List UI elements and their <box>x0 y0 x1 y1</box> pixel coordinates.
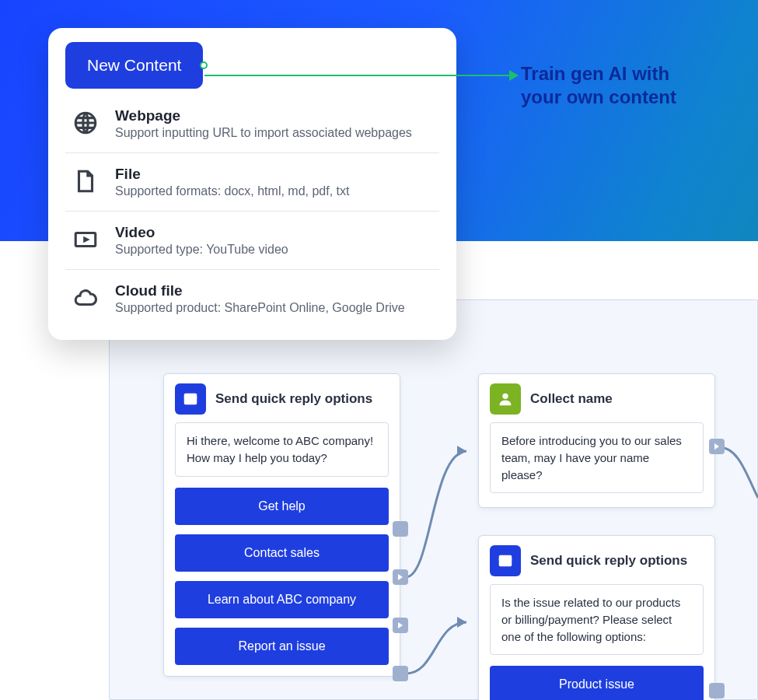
option-title: Video <box>115 224 288 241</box>
svg-rect-9 <box>191 400 195 401</box>
option-desc: Supported product: SharePoint Online, Go… <box>115 301 405 315</box>
quick-reply-label: Learn about ABC company <box>208 593 356 606</box>
flow-card-quick-reply-2[interactable]: Send quick reply options Is the issue re… <box>478 535 715 700</box>
callout-line <box>204 75 512 76</box>
callout-arrow-icon <box>509 70 519 81</box>
person-icon <box>490 383 521 415</box>
quick-reply-label: Product issue <box>559 677 634 691</box>
option-webpage[interactable]: Webpage Support inputting URL to import … <box>65 95 439 153</box>
quick-reply-button[interactable]: Get help <box>175 488 389 525</box>
quick-reply-button[interactable]: Report an issue <box>175 628 389 665</box>
svg-rect-8 <box>187 400 190 401</box>
card-message[interactable]: Is the issue related to our products or … <box>490 584 704 655</box>
svg-rect-17 <box>506 562 510 563</box>
callout-line1: Train gen AI with <box>521 63 669 84</box>
option-desc: Supported formats: docx, html, md, pdf, … <box>115 184 349 198</box>
svg-rect-14 <box>499 555 512 567</box>
card-message[interactable]: Hi there, welcome to ABC company! How ma… <box>175 422 389 477</box>
card-message[interactable]: Before introducing you to our sales team… <box>490 422 704 493</box>
callout-line2: your own content <box>521 86 676 107</box>
svg-rect-16 <box>501 562 505 563</box>
flow-card-quick-reply-1[interactable]: Send quick reply options Hi there, welco… <box>163 373 400 677</box>
file-icon <box>70 166 101 197</box>
output-port[interactable] <box>393 521 408 537</box>
flow-card-collect-name[interactable]: Collect name Before introducing you to o… <box>478 373 715 508</box>
svg-marker-10 <box>398 574 403 580</box>
svg-marker-4 <box>83 236 90 243</box>
quick-reply-button[interactable]: Product issue <box>490 666 704 700</box>
card-title: Collect name <box>530 391 613 407</box>
svg-point-12 <box>502 394 508 399</box>
content-type-list: Webpage Support inputting URL to import … <box>48 89 456 334</box>
svg-marker-13 <box>714 443 719 450</box>
quick-reply-button[interactable]: Learn about ABC company <box>175 581 389 618</box>
quick-reply-label: Report an issue <box>238 639 325 653</box>
output-port[interactable] <box>393 618 408 633</box>
card-title: Send quick reply options <box>215 391 372 407</box>
svg-marker-11 <box>398 622 403 628</box>
card-title: Send quick reply options <box>530 553 687 569</box>
option-file[interactable]: File Supported formats: docx, html, md, … <box>65 153 439 212</box>
option-title: Cloud file <box>115 282 405 299</box>
new-content-button[interactable]: New Content <box>65 42 203 89</box>
quick-reply-icon <box>490 545 521 576</box>
option-title: Webpage <box>115 107 412 124</box>
quick-reply-icon <box>175 383 206 415</box>
output-port[interactable] <box>709 439 725 454</box>
globe-icon <box>70 107 101 138</box>
option-video[interactable]: Video Supported type: YouTube video <box>65 212 439 270</box>
output-port[interactable] <box>393 569 408 585</box>
callout-text: Train gen AI with your own content <box>521 62 746 109</box>
option-desc: Supported type: YouTube video <box>115 243 288 257</box>
quick-reply-button[interactable]: Contact sales <box>175 534 389 572</box>
connector-dot <box>200 61 208 69</box>
new-content-button-label: New Content <box>87 56 181 75</box>
option-cloud-file[interactable]: Cloud file Supported product: SharePoint… <box>65 270 439 327</box>
video-icon <box>70 224 101 255</box>
option-title: File <box>115 166 349 183</box>
option-desc: Support inputting URL to import associat… <box>115 126 412 140</box>
output-port[interactable] <box>709 683 725 698</box>
output-port[interactable] <box>393 666 408 681</box>
quick-reply-label: Contact sales <box>244 546 320 559</box>
cloud-icon <box>70 282 101 313</box>
quick-reply-label: Get help <box>258 499 305 513</box>
